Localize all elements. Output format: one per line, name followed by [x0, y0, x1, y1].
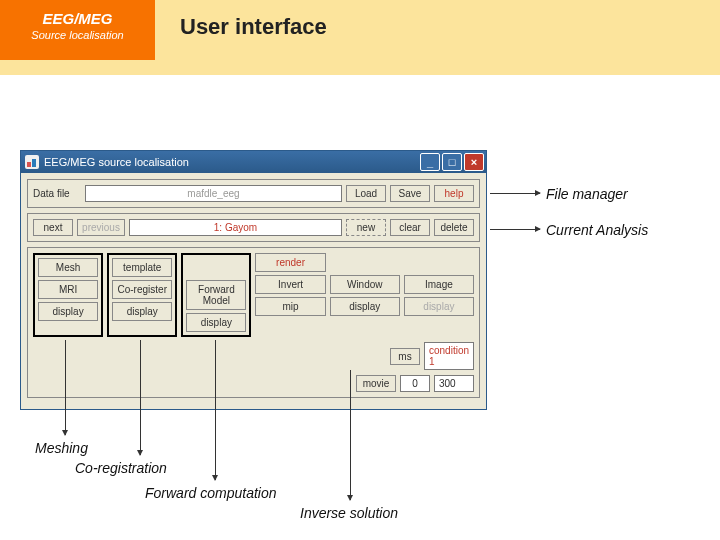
- mesh-column: Mesh MRI display: [33, 253, 103, 337]
- help-button[interactable]: help: [434, 185, 474, 202]
- annot-coreg: Co-registration: [75, 460, 167, 476]
- arrow-file: [490, 193, 540, 194]
- data-file-input[interactable]: mafdle_eeg: [85, 185, 342, 202]
- render-button[interactable]: render: [255, 253, 325, 272]
- arrow-coreg: [140, 340, 141, 455]
- svg-rect-0: [27, 162, 31, 167]
- arrow-inverse: [350, 370, 351, 500]
- header-box: EEG/MEG Source localisation: [0, 0, 155, 60]
- coreg-column: template Co-register display: [107, 253, 177, 337]
- coregister-button[interactable]: Co-register: [112, 280, 172, 299]
- title-bar[interactable]: EEG/MEG source localisation _ □ ×: [21, 151, 486, 173]
- new-button[interactable]: new: [346, 219, 386, 236]
- app-window: EEG/MEG source localisation _ □ × Data f…: [20, 150, 487, 410]
- save-button[interactable]: Save: [390, 185, 430, 202]
- forward-display-button[interactable]: display: [186, 313, 246, 332]
- analysis-group: next previous 1: Gayom new clear delete: [27, 213, 480, 242]
- forward-column: . Forward Model display: [181, 253, 251, 337]
- spacer: [330, 253, 400, 275]
- image-display-button[interactable]: display: [404, 297, 474, 316]
- coreg-display-button[interactable]: display: [112, 302, 172, 321]
- movie-button[interactable]: movie: [356, 375, 396, 392]
- svg-rect-1: [32, 159, 36, 167]
- delete-button[interactable]: delete: [434, 219, 474, 236]
- invert-button[interactable]: Invert: [255, 275, 325, 294]
- window-column: Window display: [330, 253, 400, 337]
- data-file-label: Data file: [33, 188, 81, 199]
- app-icon: [25, 155, 39, 169]
- mri-button[interactable]: MRI: [38, 280, 98, 299]
- annot-forward: Forward computation: [145, 485, 277, 501]
- next-button[interactable]: next: [33, 219, 73, 236]
- window-title: EEG/MEG source localisation: [44, 156, 420, 168]
- mesh-display-button[interactable]: display: [38, 302, 98, 321]
- mip-button[interactable]: mip: [255, 297, 325, 316]
- ms-button[interactable]: ms: [390, 348, 420, 365]
- minimize-button[interactable]: _: [420, 153, 440, 171]
- annot-inverse: Inverse solution: [300, 505, 398, 521]
- footer-row2: movie 0 300: [33, 375, 474, 392]
- file-manager-group: Data file mafdle_eeg Load Save help: [27, 179, 480, 208]
- template-button[interactable]: template: [112, 258, 172, 277]
- arrow-forward: [215, 340, 216, 480]
- value-input[interactable]: 300: [434, 375, 474, 392]
- condition-input[interactable]: condition 1: [424, 342, 474, 370]
- pipeline-group: Mesh MRI display template Co-register di…: [27, 247, 480, 398]
- header-line1: EEG/MEG: [0, 10, 155, 27]
- close-button[interactable]: ×: [464, 153, 484, 171]
- load-button[interactable]: Load: [346, 185, 386, 202]
- image-button[interactable]: Image: [404, 275, 474, 294]
- invert-column: render Invert mip: [255, 253, 325, 337]
- window-display-button[interactable]: display: [330, 297, 400, 316]
- window-button[interactable]: Window: [330, 275, 400, 294]
- analysis-name-input[interactable]: 1: Gayom: [129, 219, 342, 236]
- clear-button[interactable]: clear: [390, 219, 430, 236]
- annot-current-analysis: Current Analysis: [546, 222, 648, 238]
- arrow-meshing: [65, 340, 66, 435]
- mesh-button[interactable]: Mesh: [38, 258, 98, 277]
- footer-row1: ms condition 1: [33, 342, 474, 370]
- header-line2: Source localisation: [0, 29, 155, 41]
- annot-meshing: Meshing: [35, 440, 88, 456]
- image-column: Image display: [404, 253, 474, 337]
- annot-file-manager: File manager: [546, 186, 628, 202]
- page-title: User interface: [180, 14, 327, 40]
- arrow-analysis: [490, 229, 540, 230]
- previous-button[interactable]: previous: [77, 219, 125, 236]
- forward-model-button[interactable]: Forward Model: [186, 280, 246, 310]
- top-banner: EEG/MEG Source localisation User interfa…: [0, 0, 720, 75]
- app-body: Data file mafdle_eeg Load Save help next…: [21, 173, 486, 409]
- maximize-button[interactable]: □: [442, 153, 462, 171]
- zero-input[interactable]: 0: [400, 375, 430, 392]
- spacer: [404, 253, 474, 275]
